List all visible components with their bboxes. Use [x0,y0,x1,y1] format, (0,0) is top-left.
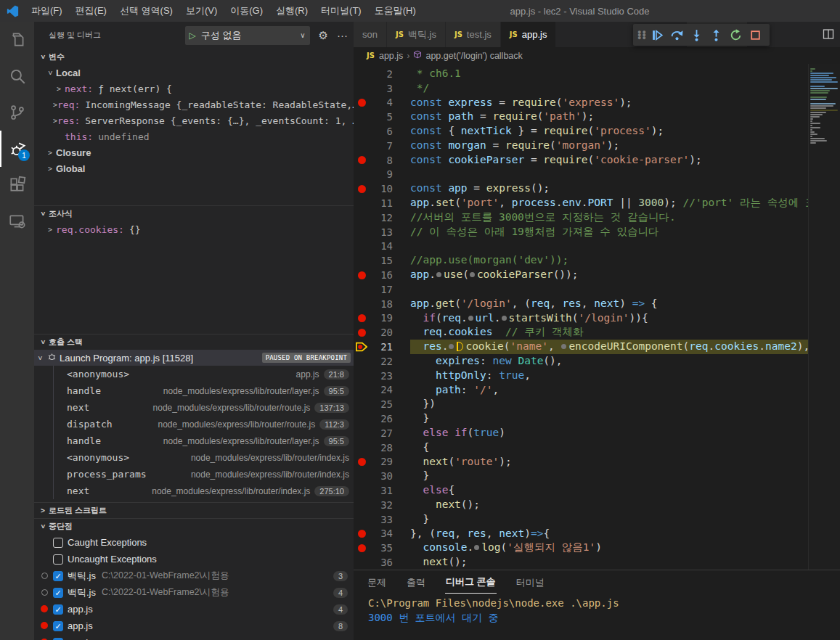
tab-app.js[interactable]: JSapp.js [501,22,556,47]
panel-tab-문제[interactable]: 문제 [367,572,387,594]
scope-row-closure[interactable]: >Closure [34,144,354,160]
checkbox[interactable]: ✓ [53,621,63,631]
breakpoint-row[interactable]: ✓app.js4 [34,601,354,618]
menu-item[interactable]: 파일(F) [25,5,69,16]
inline-breakpoint-candidate-icon[interactable] [436,272,441,277]
variable-row[interactable]: this:undefined [34,128,354,144]
breadcrumb[interactable]: JS app.js › app.get('/login') callback [354,47,840,64]
inline-breakpoint-candidate-icon[interactable] [449,344,454,349]
launch-config-dropdown[interactable]: ▷ 구성 없음 ∨ [185,26,310,45]
inline-breakpoint-candidate-icon[interactable] [474,545,479,550]
inline-breakpoint-candidate-icon[interactable] [470,272,475,277]
step-out-button[interactable] [706,25,726,44]
scope-row-global[interactable]: >Global [34,160,354,176]
loaded-scripts-header[interactable]: >로드된 스크립트 [34,502,354,518]
inline-breakpoint-candidate-icon[interactable] [502,316,507,321]
menu-item[interactable]: 터미널(T) [314,5,368,16]
stack-frame-row[interactable]: <anonymous>app.js21:8 [34,366,354,382]
variables-header[interactable]: >변수 [34,49,354,65]
breakpoint-gutter-icon[interactable] [354,185,370,193]
stack-frame-row[interactable]: nextnode_modules/express/lib/router/rout… [34,399,354,416]
stack-frame-row[interactable]: <anonymous>node_modules/express/lib/rout… [34,449,354,466]
menu-item[interactable]: 실행(R) [269,5,314,16]
tab-백틱.js[interactable]: JS백틱.js [387,22,445,47]
breakpoint-gutter-icon[interactable] [354,530,370,538]
menu-item[interactable]: 편집(E) [69,5,113,16]
variable-row[interactable]: >req:IncomingMessage {_readableState: Re… [34,97,354,112]
breakpoint-gutter-icon[interactable] [354,458,370,466]
panel-tab-터미널[interactable]: 터미널 [515,572,545,594]
breakpoint-gutter-icon[interactable] [354,544,370,552]
stack-frame-row[interactable]: handlenode_modules/express/lib/router/la… [34,432,354,449]
minimap[interactable] [808,64,840,570]
code-line: 34}, (req, res, next)=>{ [354,527,808,541]
call-stack-header[interactable]: >호출 스택 [34,334,354,350]
exception-breakpoint-row[interactable]: Uncaught Exceptions [34,551,354,567]
breadcrumb-file[interactable]: app.js [379,51,403,61]
menu-item[interactable]: 선택 영역(S) [113,5,179,16]
watch-row[interactable]: >req.cookies:{} [34,221,354,237]
stop-button[interactable] [746,25,765,44]
scope-label: Global [56,163,85,174]
code-line: 29 next('route'); [354,455,808,469]
gear-icon[interactable]: ⚙ [319,29,328,42]
breakpoint-gutter-icon[interactable] [354,314,370,322]
search-icon[interactable] [0,58,34,94]
tab-test.js[interactable]: JStest.js [446,22,500,47]
debug-session-row[interactable]: > Launch Program: app.js [11528] PAUSED … [34,350,354,366]
inline-breakpoint-candidate-icon[interactable] [468,316,473,321]
extensions-icon[interactable] [0,167,34,203]
code-editor[interactable]: 2 * ch6.13 */4const express = require('e… [354,64,840,570]
restart-button[interactable] [726,25,746,44]
breakpoint-row[interactable]: ✓백틱.jsC:\2022-01-WebFrame2\시험용4 [34,584,354,601]
breakpoint-gutter-icon[interactable] [354,156,370,164]
breakpoint-gutter-icon[interactable] [354,271,370,279]
checkbox[interactable] [53,554,63,565]
stack-frame-row[interactable]: handlenode_modules/express/lib/router/la… [34,382,354,399]
inline-breakpoint-candidate-icon[interactable] [561,344,566,349]
panel-tab-디버그 콘솔[interactable]: 디버그 콘솔 [445,571,497,594]
watch-header[interactable]: >조사식 [34,205,354,221]
breakpoint-file: app.js [68,620,93,631]
toolbar-drag-handle[interactable]: ●●●●●● [637,30,648,39]
current-line-gutter-icon[interactable] [354,342,370,352]
exception-breakpoint-row[interactable]: Caught Exceptions [34,534,354,551]
stack-frame-row[interactable]: dispatchnode_modules/express/lib/router/… [34,416,354,432]
menu-item[interactable]: 도움말(H) [368,5,423,16]
tab-son[interactable]: son [354,22,386,47]
breakpoint-row[interactable]: ✓app.js8 [34,618,354,634]
more-actions-icon[interactable]: ··· [337,29,348,41]
stack-frame-row[interactable]: nextnode_modules/express/lib/router/inde… [34,483,354,499]
breakpoint-gutter-icon[interactable] [354,99,370,107]
variable-row[interactable]: >res:ServerResponse {_events: {…}, _even… [34,112,354,128]
breakpoint-row[interactable]: ✓백틱.jsC:\2022-01-WebFrame2\시험용3 [34,567,354,584]
start-debug-icon[interactable]: ▷ [189,30,196,41]
step-over-button[interactable] [667,25,687,44]
explorer-icon[interactable] [0,22,34,58]
menu-item[interactable]: 보기(V) [179,5,224,16]
code-text: req.cookies // 쿠키 객체화 [410,325,808,340]
checkbox[interactable]: ✓ [53,571,63,581]
breakpoint-gutter-icon[interactable] [354,329,370,337]
checkbox[interactable] [53,538,63,548]
variable-row[interactable]: >next:ƒ next(err) { [34,81,354,97]
breakpoint-row[interactable]: ✓app.js [34,634,354,640]
checkbox[interactable]: ✓ [53,588,63,598]
bug-icon [47,352,57,364]
panel-tab-출력[interactable]: 출력 [406,572,426,594]
chevron-down-icon: ∨ [300,31,305,39]
continue-button[interactable] [648,25,667,44]
minimap-line [810,142,816,144]
stack-frame-row[interactable]: process_paramsnode_modules/express/lib/r… [34,466,354,483]
remote-explorer-icon[interactable] [0,203,34,239]
checkbox[interactable]: ✓ [53,604,63,615]
menu-item[interactable]: 이동(G) [224,5,269,16]
step-into-button[interactable] [687,25,706,44]
breadcrumb-symbol[interactable]: app.get('/login') callback [425,51,522,61]
scope-row-local[interactable]: >Local [34,65,354,81]
breakpoints-header[interactable]: >중단점 [34,518,354,534]
source-control-icon[interactable] [0,94,34,131]
split-editor-icon[interactable] [823,28,834,43]
checkbox[interactable]: ✓ [53,638,63,640]
run-and-debug-icon[interactable]: 1 [0,131,34,167]
